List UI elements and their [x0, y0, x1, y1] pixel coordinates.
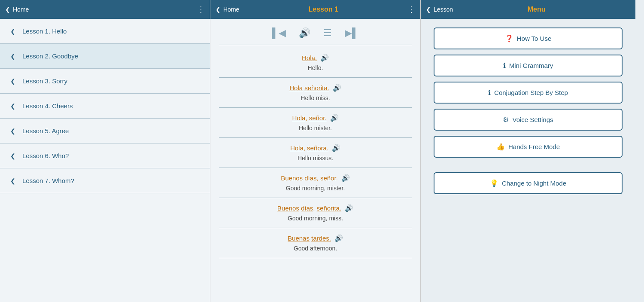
phrase-spanish-row: Hola, señora. 🔊	[219, 144, 412, 152]
right-lesson-label: Lesson	[434, 6, 453, 13]
left-menu-icon[interactable]: ⋮	[197, 5, 205, 14]
media-toolbar: ▌◀ 🔊 ☰ ▶▌	[219, 23, 412, 45]
phrase-sound-button[interactable]: 🔊	[345, 204, 353, 212]
word-link[interactable]: señora.	[307, 144, 328, 152]
phrase-spanish-text: Hola, señora.	[290, 144, 328, 152]
menu-button-how-to-use[interactable]: ❓ How To Use	[434, 27, 623, 49]
lesson-title: Lesson 1	[239, 6, 407, 13]
left-panel-header: ❮ Home ⋮	[0, 0, 210, 19]
word-link[interactable]: señor.	[309, 114, 327, 122]
word-link[interactable]: señorita.	[317, 204, 342, 212]
night-mode-button[interactable]: 💡 Change to Night Mode	[434, 172, 623, 194]
phrase-block-6: Buenos días, señorita. 🔊 Good morning, m…	[219, 200, 412, 228]
lesson-label: Lesson 3. Sorry	[22, 77, 67, 85]
left-home-label: Home	[13, 6, 29, 13]
phrase-english-text: Hello miss.	[219, 95, 412, 101]
hands-free-label: Hands Free Mode	[508, 143, 560, 150]
phrase-spanish-row: Hola. 🔊	[219, 54, 412, 62]
lesson-item-4[interactable]: ❮ Lesson 4. Cheers	[0, 94, 210, 119]
list-button[interactable]: ☰	[323, 27, 332, 39]
phrase-english-text: Hello missus.	[219, 155, 412, 162]
lesson-item-3[interactable]: ❮ Lesson 3. Sorry	[0, 69, 210, 94]
lesson-chevron-icon: ❮	[10, 78, 15, 85]
word-link[interactable]: Buenos	[277, 204, 299, 212]
lesson-chevron-icon: ❮	[10, 28, 15, 35]
phrase-english-text: Good morning, miss.	[219, 215, 412, 222]
lesson-chevron-icon: ❮	[10, 53, 15, 60]
skip-back-button[interactable]: ▌◀	[272, 27, 286, 39]
menu-title: Menu	[453, 6, 620, 13]
middle-panel: ❮ Home Lesson 1 ⋮ ▌◀ 🔊 ☰ ▶▌ Hola. 🔊 Hell…	[210, 0, 421, 302]
phrase-spanish-text: Hola, señor.	[292, 114, 326, 122]
lessons-list: ❮ Lesson 1. Hello ❮ Lesson 2. Goodbye ❮ …	[0, 19, 210, 302]
phrase-spanish-row: Buenos días, señor. 🔊	[219, 174, 412, 182]
night-mode-icon: 💡	[490, 179, 498, 187]
lesson-item-1[interactable]: ❮ Lesson 1. Hello	[0, 19, 210, 44]
phrase-block-2: Hola señorita. 🔊 Hello miss.	[219, 79, 412, 108]
lesson-label: Lesson 2. Goodbye	[22, 52, 78, 60]
word-link[interactable]: días,	[304, 174, 319, 182]
phrase-spanish-text: Hola.	[302, 54, 317, 61]
phrase-sound-button[interactable]: 🔊	[341, 174, 350, 182]
word-link[interactable]: Hola	[289, 84, 303, 92]
word-link[interactable]: Hola,	[290, 144, 305, 152]
phrase-sound-button[interactable]: 🔊	[333, 84, 341, 92]
phrase-spanish-text: Hola señorita.	[289, 84, 329, 92]
middle-home-button[interactable]: ❮ Home	[216, 6, 239, 13]
voice-settings-label: Voice Settings	[512, 116, 553, 123]
lesson-chevron-icon: ❮	[10, 177, 15, 184]
word-link[interactable]: Hola.	[302, 54, 317, 61]
how-to-use-icon: ❓	[505, 34, 513, 43]
middle-menu-icon[interactable]: ⋮	[407, 5, 415, 14]
lesson-label: Lesson 7. Whom?	[22, 177, 74, 184]
menu-button-voice-settings[interactable]: ⚙ Voice Settings	[434, 109, 623, 131]
phrase-english-text: Hello mister.	[219, 125, 412, 131]
phrase-block-4: Hola, señora. 🔊 Hello missus.	[219, 140, 412, 168]
phrase-english-text: Good afternoon.	[219, 245, 412, 252]
lesson-label: Lesson 4. Cheers	[22, 102, 73, 110]
mini-grammar-label: Mini Grammary	[509, 62, 553, 69]
left-panel: ❮ Home ⋮ ❮ Lesson 1. Hello ❮ Lesson 2. G…	[0, 0, 210, 302]
phrase-sound-button[interactable]: 🔊	[330, 114, 339, 122]
lesson-item-7[interactable]: ❮ Lesson 7. Whom?	[0, 168, 210, 193]
word-link[interactable]: Hola,	[292, 114, 307, 122]
lesson-label: Lesson 5. Agree	[22, 127, 69, 134]
middle-panel-header: ❮ Home Lesson 1 ⋮	[210, 0, 420, 19]
right-panel: ❮ Lesson Menu ❓ How To Use ℹ Mini Gramma…	[421, 0, 635, 302]
lesson-chevron-icon: ❮	[10, 128, 15, 134]
phrase-sound-button[interactable]: 🔊	[332, 144, 340, 152]
how-to-use-label: How To Use	[517, 35, 552, 42]
conjugation-label: Conjugation Step By Step	[494, 89, 568, 96]
phrase-spanish-text: Buenas tardes.	[288, 235, 331, 242]
phrase-sound-button[interactable]: 🔊	[334, 234, 343, 242]
right-lesson-button[interactable]: ❮ Lesson	[426, 6, 453, 13]
skip-forward-button[interactable]: ▶▌	[345, 27, 359, 39]
word-link[interactable]: Buenos	[281, 174, 303, 182]
lesson-chevron-icon: ❮	[10, 103, 15, 110]
hands-free-icon: 👍	[496, 143, 505, 151]
lesson-content: ▌◀ 🔊 ☰ ▶▌ Hola. 🔊 Hello. Hola señorita. …	[210, 19, 420, 302]
menu-button-hands-free[interactable]: 👍 Hands Free Mode	[434, 136, 623, 158]
word-link[interactable]: días,	[301, 204, 315, 212]
phrase-sound-button[interactable]: 🔊	[320, 54, 329, 62]
lesson-label: Lesson 1. Hello	[22, 27, 67, 35]
middle-chevron-icon: ❮	[216, 6, 221, 13]
word-link[interactable]: tardes.	[311, 235, 331, 242]
sound-button[interactable]: 🔊	[299, 27, 310, 39]
word-link[interactable]: señor.	[320, 174, 338, 182]
word-link[interactable]: Buenas	[288, 235, 310, 242]
menu-button-conjugation[interactable]: ℹ Conjugation Step By Step	[434, 82, 623, 104]
word-link[interactable]: señorita.	[304, 84, 329, 92]
phrase-spanish-text: Buenos días, señorita.	[277, 204, 341, 212]
phrase-block-7: Buenas tardes. 🔊 Good afternoon.	[219, 230, 412, 258]
lesson-item-2[interactable]: ❮ Lesson 2. Goodbye	[0, 44, 210, 69]
menu-button-mini-grammar[interactable]: ℹ Mini Grammary	[434, 55, 623, 76]
phrase-block-1: Hola. 🔊 Hello.	[219, 49, 412, 78]
lesson-item-5[interactable]: ❮ Lesson 5. Agree	[0, 119, 210, 143]
middle-home-label: Home	[223, 6, 239, 13]
conjugation-icon: ℹ	[488, 88, 491, 97]
left-home-button[interactable]: ❮ Home	[5, 6, 29, 13]
phrase-spanish-row: Hola señorita. 🔊	[219, 84, 412, 92]
lesson-item-6[interactable]: ❮ Lesson 6. Who?	[0, 143, 210, 168]
phrase-spanish-row: Buenas tardes. 🔊	[219, 234, 412, 242]
